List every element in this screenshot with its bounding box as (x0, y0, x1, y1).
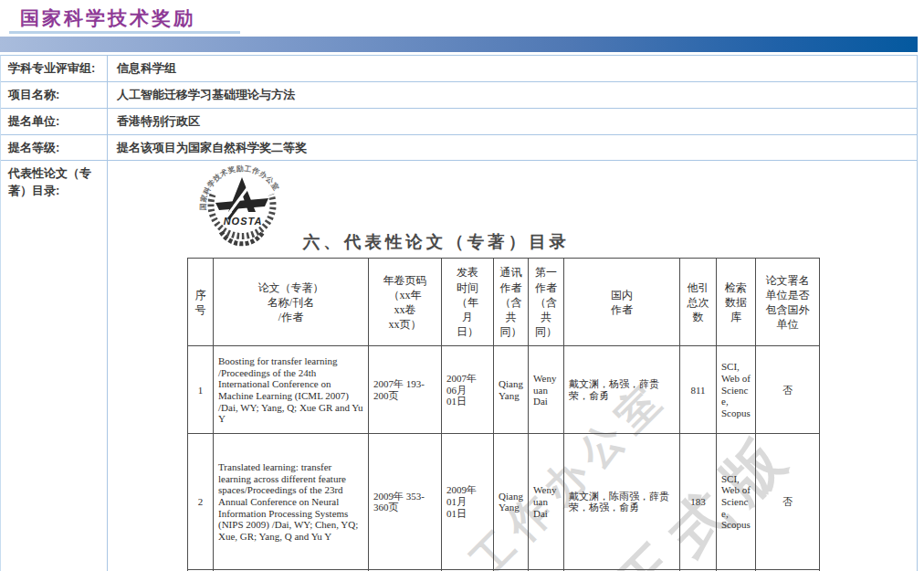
cell-foreign-affiliation: 否 (756, 434, 820, 570)
papers-directory-label: 代表性论文（专著）目录: (1, 161, 108, 571)
cell-citation-count: 183 (680, 434, 717, 570)
document-section-title: 六、代表性论文（专著）目录 (144, 230, 729, 255)
cell-publish-date: 2009年 01月 01日 (442, 434, 494, 570)
cell-foreign-affiliation: 否 (756, 346, 820, 434)
meta-row-papers-directory: 代表性论文（专著）目录: 工作办公室 正式版 国家科学技术奖励工作办公室 NO (1, 161, 917, 571)
project-name-value: 人工智能迁移学习基础理论与方法 (108, 82, 917, 108)
cell-paper-title: Translated learning: transfer learning a… (214, 434, 369, 570)
col-paper-title: 论文（专著） 名称/刊名 /作者 (214, 259, 369, 346)
review-group-value: 信息科学组 (108, 56, 917, 81)
paper-row-1: 1 Boosting for transfer learning /Procee… (188, 346, 820, 434)
cell-first-author: Wenyuan Dai (529, 434, 564, 570)
papers-table: 序 号 论文（专著） 名称/刊名 /作者 年卷页码 （xx年 xx卷 xx页） … (187, 258, 820, 571)
cell-index-database: SCI, Web of Science, Scopus (717, 346, 756, 434)
col-publish-date: 发表 时间 （年 月 日） (442, 259, 494, 346)
cell-domestic-authors: 戴文渊，杨强，薛贵荣，俞勇 (564, 346, 680, 434)
col-index-database: 检索 数据 库 (717, 259, 756, 346)
cell-index-database: SCI, Web of Science, Scopus (717, 434, 756, 570)
col-foreign-affiliation: 论文署名 单位是否 包含国外 单位 (756, 259, 820, 346)
project-name-label: 项目名称: (1, 82, 108, 108)
review-group-label: 学科专业评审组: (1, 56, 108, 81)
cell-year-volume-pages: 2007年 193-200页 (369, 346, 442, 434)
papers-directory-value: 工作办公室 正式版 国家科学技术奖励工作办公室 NOSTA 六、代表性论文（专著… (108, 161, 917, 571)
col-year-volume-pages: 年卷页码 （xx年 xx卷 xx页） (369, 259, 442, 346)
nomination-level-value: 提名该项目为国家自然科学奖二等奖 (108, 135, 917, 161)
project-info-table: 学科专业评审组: 信息科学组 项目名称: 人工智能迁移学习基础理论与方法 提名单… (0, 55, 918, 571)
cell-year-volume-pages: 2009年 353-360页 (369, 434, 442, 570)
header-gradient-bar (0, 37, 918, 52)
meta-row-nomination-level: 提名等级: 提名该项目为国家自然科学奖二等奖 (1, 135, 917, 162)
page-title: 国家科学技术奖励 (0, 0, 924, 31)
col-domestic-authors: 国内 作者 (564, 259, 680, 346)
col-corresponding-author: 通讯 作者 （含 共 同） (494, 259, 529, 346)
cell-corresponding-author: Qiang Yang (494, 346, 529, 434)
cell-first-author: Wenyuan Dai (529, 346, 564, 434)
col-first-author: 第一 作者 （含 共 同） (529, 259, 564, 346)
meta-row-project-name: 项目名称: 人工智能迁移学习基础理论与方法 (1, 82, 917, 109)
nominating-unit-value: 香港特别行政区 (108, 109, 917, 134)
meta-row-nominating-unit: 提名单位: 香港特别行政区 (1, 109, 917, 135)
cell-citation-count: 811 (680, 346, 717, 434)
svg-text:NOSTA: NOSTA (224, 216, 263, 227)
papers-table-header-row: 序 号 论文（专著） 名称/刊名 /作者 年卷页码 （xx年 xx卷 xx页） … (188, 259, 820, 346)
nominating-unit-label: 提名单位: (1, 109, 108, 134)
cell-publish-date: 2007年 06月 01日 (442, 346, 494, 434)
scanned-document: 工作办公室 正式版 国家科学技术奖励工作办公室 NOSTA 六、代表性论文（专著… (108, 161, 917, 571)
nomination-level-label: 提名等级: (1, 135, 108, 161)
title-underline (9, 31, 240, 34)
cell-domestic-authors: 戴文渊，陈雨强，薛贵荣，杨强，俞勇 (564, 434, 680, 570)
cell-serial: 2 (188, 434, 214, 570)
col-serial-number: 序 号 (188, 259, 214, 346)
cell-corresponding-author: Qiang Yang (494, 434, 529, 570)
paper-row-2: 2 Translated learning: transfer learning… (188, 434, 820, 570)
col-citation-count: 他引 总次 数 (680, 259, 717, 346)
cell-serial: 1 (188, 346, 214, 434)
meta-row-review-group: 学科专业评审组: 信息科学组 (1, 56, 917, 82)
cell-paper-title: Boosting for transfer learning /Proceedi… (214, 346, 369, 434)
